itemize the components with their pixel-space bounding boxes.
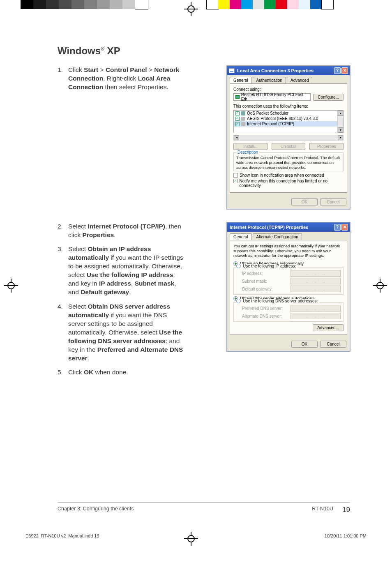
description-group: Description Transmission Control Protoco… xyxy=(233,152,344,171)
indd-filename: E6922_RT-N10U v2_Manual.indd 19 xyxy=(25,533,99,538)
configure-button[interactable]: Configure... xyxy=(313,94,344,101)
radio-icon[interactable] xyxy=(236,299,241,303)
step-number: 1. xyxy=(58,66,68,92)
page-footer: Chapter 3: Configuring the clients RT-N1… xyxy=(58,502,350,514)
list-item[interactable]: QoS Packet Scheduler xyxy=(234,111,343,116)
cancel-button[interactable]: Cancel xyxy=(320,198,346,205)
scroll-down-icon[interactable]: ▾ xyxy=(338,127,343,133)
items-label: This connection uses the following items… xyxy=(233,104,344,108)
network-icon xyxy=(229,68,235,73)
step-3: 3. Select Obtain an IP address automatic… xyxy=(58,245,184,297)
uninstall-button[interactable]: Uninstall xyxy=(272,143,306,150)
step-body: Select Obtain DNS server address automat… xyxy=(68,302,184,362)
step-body: Select Obtain an IP address automaticall… xyxy=(68,245,184,297)
checkbox-icon[interactable] xyxy=(235,111,240,115)
step-number: 3. xyxy=(58,245,68,297)
install-button[interactable]: Install... xyxy=(233,143,267,150)
registration-mark-icon xyxy=(4,279,18,293)
advanced-button[interactable]: Advanced... xyxy=(313,324,344,331)
notify-checkbox[interactable]: ✓ Notify me when this connection has lim… xyxy=(233,179,344,188)
tab-general[interactable]: General xyxy=(230,77,252,83)
imposition-footer: E6922_RT-N10U v2_Manual.indd 19 10/20/11… xyxy=(25,533,367,538)
lan-properties-dialog: Local Area Connection 3 Properties ? ✕ G… xyxy=(227,66,350,209)
dialog-tabs: General Alternate Configuration xyxy=(227,232,350,240)
service-icon xyxy=(241,111,245,115)
protocol-icon xyxy=(241,117,245,121)
step-number: 4. xyxy=(58,302,68,362)
cancel-button[interactable]: Cancel xyxy=(320,341,346,348)
items-listbox[interactable]: QoS Packet Scheduler AEGIS Protocol (IEE… xyxy=(233,110,344,133)
checkbox-icon[interactable] xyxy=(233,173,238,178)
protocol-icon xyxy=(241,122,245,126)
connect-using-label: Connect using: xyxy=(233,87,344,92)
description-text: Transmission Control Protocol/Internet P… xyxy=(236,155,341,170)
page-number: 19 xyxy=(342,506,350,514)
registration-mark-icon xyxy=(373,279,387,293)
dialog-title: Internet Protocol (TCP/IP) Properties xyxy=(229,225,333,230)
dialog-title: Local Area Connection 3 Properties xyxy=(236,68,333,73)
show-icon-checkbox[interactable]: Show icon in notification area when conn… xyxy=(233,173,344,178)
step-number: 2. xyxy=(58,222,68,240)
close-button[interactable]: ✕ xyxy=(341,67,348,74)
step-4: 4. Select Obtain DNS server address auto… xyxy=(58,302,184,362)
close-button[interactable]: ✕ xyxy=(341,224,348,231)
nic-name: Realtek RTL8139 Family PCI Fast Eth xyxy=(241,92,309,101)
dialog-titlebar: Internet Protocol (TCP/IP) Properties ? … xyxy=(227,223,350,232)
dialog-titlebar: Local Area Connection 3 Properties ? ✕ xyxy=(227,66,350,75)
intro-text: You can get IP settings assigned automat… xyxy=(233,244,344,258)
step-1: 1. Click Start > Control Panel > Network… xyxy=(58,66,184,92)
alternate-dns-field: Alternate DNS server: ... xyxy=(242,313,341,319)
step-body: Click OK when done. xyxy=(68,368,184,377)
model-label: RT-N10U xyxy=(312,506,333,514)
step-body: Select Internet Protocol (TCP/IP), then … xyxy=(68,222,184,240)
preferred-dns-field: Preferred DNS server: ... xyxy=(242,305,341,311)
help-button[interactable]: ? xyxy=(334,224,341,231)
properties-button[interactable]: Properties xyxy=(309,143,344,150)
nic-field[interactable]: Realtek RTL8139 Family PCI Fast Eth xyxy=(233,93,311,101)
subnet-mask-field: Subnet mask: ... xyxy=(242,278,341,284)
registration-grayscale xyxy=(21,0,148,9)
nic-icon xyxy=(235,95,240,99)
list-item[interactable]: Internet Protocol (TCP/IP) xyxy=(234,121,343,127)
default-gateway-field: Default gateway: ... xyxy=(242,286,341,292)
scroll-right-icon[interactable]: ▸ xyxy=(338,135,343,140)
list-item[interactable]: AEGIS Protocol (IEEE 802.1x) v3.4.3.0 xyxy=(234,116,343,121)
tab-advanced[interactable]: Advanced xyxy=(287,77,312,83)
step-body: Click Start > Control Panel > Network Co… xyxy=(68,66,184,92)
ok-button[interactable]: OK xyxy=(291,198,318,205)
registration-color xyxy=(207,0,355,9)
scrollbar[interactable]: ▴ ▾ xyxy=(337,111,343,133)
registered-mark: ® xyxy=(101,46,104,52)
checkbox-icon[interactable] xyxy=(235,117,240,121)
dialog-tabs: General Authentication Advanced xyxy=(227,75,350,83)
h-scrollbar[interactable]: ◂ ▸ xyxy=(233,135,344,141)
help-button[interactable]: ? xyxy=(334,67,341,74)
step-number: 5. xyxy=(58,368,68,377)
scroll-left-icon[interactable]: ◂ xyxy=(234,135,239,140)
description-label: Description xyxy=(236,150,259,155)
checkbox-icon[interactable]: ✓ xyxy=(233,179,238,183)
scroll-up-icon[interactable]: ▴ xyxy=(338,111,343,116)
tab-general[interactable]: General xyxy=(230,233,252,240)
registration-mark-icon xyxy=(184,2,198,16)
tcpip-properties-dialog: Internet Protocol (TCP/IP) Properties ? … xyxy=(227,222,350,352)
checkbox-icon[interactable] xyxy=(235,122,240,126)
heading-text: Windows xyxy=(58,45,101,56)
timestamp: 10/20/11 1:01:00 PM xyxy=(325,533,367,538)
radio-icon[interactable] xyxy=(236,264,241,268)
chapter-label: Chapter 3: Configuring the clients xyxy=(58,506,312,514)
tab-authentication[interactable]: Authentication xyxy=(253,77,286,83)
section-heading: Windows® XP xyxy=(58,45,350,57)
page-content: Windows® XP 1. Click Start > Control Pan… xyxy=(58,45,350,396)
heading-text: XP xyxy=(104,45,120,56)
ok-button[interactable]: OK xyxy=(291,341,318,348)
step-2: 2. Select Internet Protocol (TCP/IP), th… xyxy=(58,222,184,240)
use-following-ip-radio[interactable]: Use the following IP address: xyxy=(236,264,297,268)
ip-address-field: IP address: ... xyxy=(242,270,341,277)
use-following-dns-radio[interactable]: Use the following DNS server addresses: xyxy=(236,299,319,303)
tab-alt-config[interactable]: Alternate Configuration xyxy=(253,233,302,240)
step-5: 5. Click OK when done. xyxy=(58,368,184,377)
